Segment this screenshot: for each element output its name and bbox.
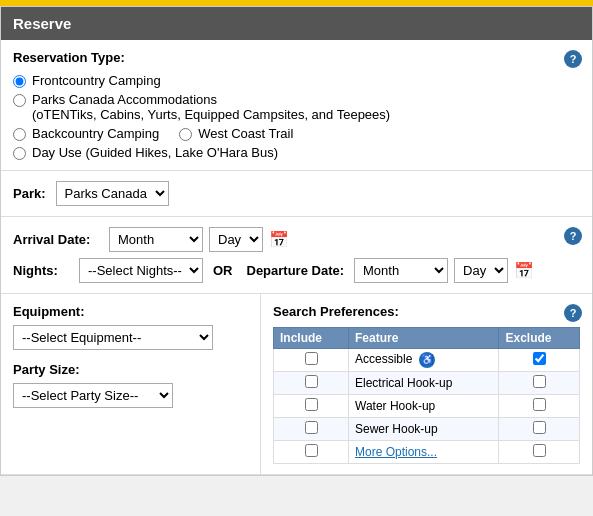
include-electrical [274,372,349,395]
bottom-section: Equipment: --Select Equipment-- Party Si… [1,294,592,475]
exclude-more-checkbox[interactable] [533,444,546,457]
include-water [274,395,349,418]
table-row: Electrical Hook-up [274,372,580,395]
include-more-checkbox[interactable] [305,444,318,457]
party-size-label: Party Size: [13,362,248,377]
exclude-water-checkbox[interactable] [533,398,546,411]
table-row: Water Hook-up [274,395,580,418]
nights-label: Nights: [13,263,73,278]
arrival-date-row: Arrival Date: Month January February Mar… [13,227,580,252]
features-table-header-row: Include Feature Exclude [274,328,580,349]
table-row: Accessible ♿ [274,349,580,372]
exclude-water [499,395,580,418]
reservation-type-label: Reservation Type: [13,50,580,65]
col-feature: Feature [349,328,499,349]
include-more [274,441,349,464]
exclude-accessible-checkbox[interactable] [533,352,546,365]
radio-frontcountry[interactable] [13,75,26,88]
include-water-checkbox[interactable] [305,398,318,411]
table-row: More Options... [274,441,580,464]
exclude-electrical [499,372,580,395]
feature-more[interactable]: More Options... [349,441,499,464]
radio-frontcountry-label: Frontcountry Camping [32,73,161,88]
include-electrical-checkbox[interactable] [305,375,318,388]
feature-electrical: Electrical Hook-up [349,372,499,395]
party-size-select[interactable]: --Select Party Size-- [13,383,173,408]
feature-accessible: Accessible ♿ [349,349,499,372]
radio-row-dayuse: Day Use (Guided Hikes, Lake O'Hara Bus) [13,145,580,160]
exclude-electrical-checkbox[interactable] [533,375,546,388]
radio-westcoast[interactable] [179,128,192,141]
arrival-date-label: Arrival Date: [13,232,103,247]
date-help-icon[interactable]: ? [564,227,582,245]
left-panel: Equipment: --Select Equipment-- Party Si… [1,294,261,474]
include-accessible-checkbox[interactable] [305,352,318,365]
departure-day-select[interactable]: Day [454,258,508,283]
arrival-day-select[interactable]: Day [209,227,263,252]
panel-header: Reserve [1,7,592,40]
include-sewer-checkbox[interactable] [305,421,318,434]
or-text: OR [213,263,233,278]
include-sewer [274,418,349,441]
col-include: Include [274,328,349,349]
col-exclude: Exclude [499,328,580,349]
radio-row-frontcountry: Frontcountry Camping [13,73,580,88]
reserve-panel: Reserve Reservation Type: Frontcountry C… [0,6,593,476]
departure-month-select[interactable]: Month January February March April May J… [354,258,448,283]
radio-row-westcoast: West Coast Trail [179,126,293,141]
nights-row: Nights: --Select Nights-- 1 2 3 4 5 6 7 … [13,258,580,283]
radio-parkscanada-label: Parks Canada Accommodations(oTENTiks, Ca… [32,92,390,122]
exclude-sewer [499,418,580,441]
exclude-more [499,441,580,464]
table-row: Sewer Hook-up [274,418,580,441]
radio-dayuse-label: Day Use (Guided Hikes, Lake O'Hara Bus) [32,145,278,160]
equipment-select[interactable]: --Select Equipment-- [13,325,213,350]
park-select[interactable]: Parks Canada [56,181,169,206]
arrival-month-select[interactable]: Month January February March April May J… [109,227,203,252]
radio-row-backcountry: Backcountry Camping [13,126,159,141]
exclude-accessible [499,349,580,372]
right-panel: Search Preferences: Include Feature Excl… [261,294,592,474]
nights-select[interactable]: --Select Nights-- 1 2 3 4 5 6 7 [79,258,203,283]
radio-row-parkscanada: Parks Canada Accommodations(oTENTiks, Ca… [13,92,580,122]
feature-sewer: Sewer Hook-up [349,418,499,441]
radio-parkscanada[interactable] [13,94,26,107]
exclude-sewer-checkbox[interactable] [533,421,546,434]
reservation-type-options: Frontcountry Camping Parks Canada Accomm… [13,73,580,160]
radio-westcoast-label: West Coast Trail [198,126,293,141]
date-nights-section: Arrival Date: Month January February Mar… [1,217,592,294]
park-label: Park: [13,186,46,201]
features-table: Include Feature Exclude Accessible ♿ [273,327,580,464]
park-section: Park: Parks Canada [1,171,592,217]
search-pref-help-icon[interactable]: ? [564,304,582,322]
equipment-label: Equipment: [13,304,248,319]
radio-dayuse[interactable] [13,147,26,160]
arrival-calendar-icon[interactable]: 📅 [269,230,289,249]
accessible-icon: ♿ [419,352,435,368]
reservation-type-section: Reservation Type: Frontcountry Camping P… [1,40,592,171]
radio-backcountry[interactable] [13,128,26,141]
search-preferences-label: Search Preferences: [273,304,580,319]
panel-title: Reserve [13,15,71,32]
feature-water: Water Hook-up [349,395,499,418]
departure-calendar-icon[interactable]: 📅 [514,261,534,280]
radio-backcountry-label: Backcountry Camping [32,126,159,141]
radio-row-twoCol: Backcountry Camping West Coast Trail [13,126,580,141]
include-accessible [274,349,349,372]
departure-date-label: Departure Date: [247,263,345,278]
reservation-type-help-icon[interactable]: ? [564,50,582,68]
